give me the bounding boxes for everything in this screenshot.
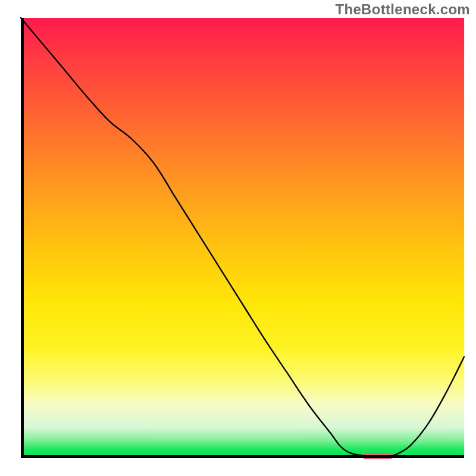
watermark-label: TheBottleneck.com: [336, 1, 470, 18]
plot-gradient-area: [21, 18, 464, 458]
